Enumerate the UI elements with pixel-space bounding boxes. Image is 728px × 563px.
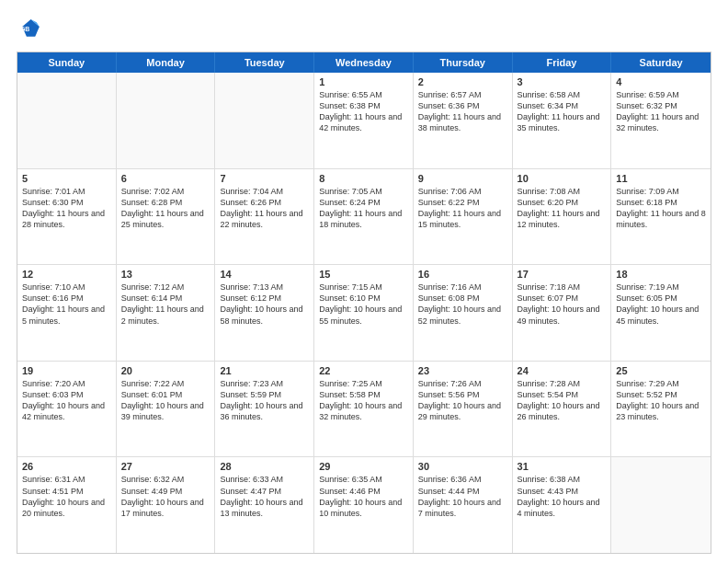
day-number: 25 [616,365,706,376]
day-number: 19 [22,365,111,376]
cell-details: Sunrise: 6:57 AMSunset: 6:36 PMDaylight:… [418,89,507,134]
day-of-week-monday: Monday [117,52,216,73]
calendar-row-4: 26Sunrise: 6:31 AMSunset: 4:51 PMDayligh… [17,456,711,553]
day-number: 26 [22,461,111,472]
calendar-row-3: 19Sunrise: 7:20 AMSunset: 6:03 PMDayligh… [17,361,711,457]
day-cell-4: 4Sunrise: 6:59 AMSunset: 6:32 PMDaylight… [611,73,711,168]
day-of-week-thursday: Thursday [414,52,513,73]
cell-details: Sunrise: 7:13 AMSunset: 6:12 PMDaylight:… [220,282,309,327]
day-cell-10: 10Sunrise: 7:08 AMSunset: 6:20 PMDayligh… [513,169,612,265]
calendar-row-0: 1Sunrise: 6:55 AMSunset: 6:38 PMDaylight… [17,73,711,168]
empty-cell [17,73,117,168]
day-number: 22 [319,365,408,376]
day-cell-28: 28Sunrise: 6:33 AMSunset: 4:47 PMDayligh… [215,457,314,553]
day-cell-6: 6Sunrise: 7:02 AMSunset: 6:28 PMDaylight… [117,169,216,265]
day-cell-24: 24Sunrise: 7:28 AMSunset: 5:54 PMDayligh… [513,362,612,457]
day-number: 4 [616,76,706,87]
day-cell-13: 13Sunrise: 7:12 AMSunset: 6:14 PMDayligh… [117,265,216,361]
cell-details: Sunrise: 7:06 AMSunset: 6:22 PMDaylight:… [418,186,507,231]
day-cell-12: 12Sunrise: 7:10 AMSunset: 6:16 PMDayligh… [17,265,117,361]
day-number: 7 [220,173,309,184]
day-cell-8: 8Sunrise: 7:05 AMSunset: 6:24 PMDaylight… [314,169,414,265]
day-number: 17 [518,269,607,280]
day-cell-26: 26Sunrise: 6:31 AMSunset: 4:51 PMDayligh… [17,457,117,553]
day-number: 30 [418,461,507,472]
day-number: 8 [319,173,408,184]
day-number: 27 [121,461,210,472]
day-cell-22: 22Sunrise: 7:25 AMSunset: 5:58 PMDayligh… [314,362,414,457]
cell-details: Sunrise: 7:04 AMSunset: 6:26 PMDaylight:… [220,186,309,231]
day-cell-30: 30Sunrise: 6:36 AMSunset: 4:44 PMDayligh… [414,457,513,553]
day-cell-9: 9Sunrise: 7:06 AMSunset: 6:22 PMDaylight… [414,169,513,265]
day-of-week-tuesday: Tuesday [215,52,314,73]
cell-details: Sunrise: 7:15 AMSunset: 6:10 PMDaylight:… [319,282,408,327]
cell-details: Sunrise: 6:33 AMSunset: 4:47 PMDaylight:… [220,474,309,519]
day-cell-18: 18Sunrise: 7:19 AMSunset: 6:05 PMDayligh… [611,265,711,361]
day-cell-19: 19Sunrise: 7:20 AMSunset: 6:03 PMDayligh… [17,362,117,457]
day-cell-23: 23Sunrise: 7:26 AMSunset: 5:56 PMDayligh… [414,362,513,457]
cell-details: Sunrise: 7:10 AMSunset: 6:16 PMDaylight:… [22,282,111,327]
day-cell-5: 5Sunrise: 7:01 AMSunset: 6:30 PMDaylight… [17,169,117,265]
cell-details: Sunrise: 7:18 AMSunset: 6:07 PMDaylight:… [518,282,607,327]
day-number: 1 [319,76,408,87]
calendar-header: SundayMondayTuesdayWednesdayThursdayFrid… [17,52,711,73]
cell-details: Sunrise: 7:26 AMSunset: 5:56 PMDaylight:… [418,378,507,423]
cell-details: Sunrise: 7:12 AMSunset: 6:14 PMDaylight:… [121,282,210,327]
day-of-week-wednesday: Wednesday [314,52,414,73]
day-of-week-friday: Friday [513,52,612,73]
empty-cell [611,457,711,553]
cell-details: Sunrise: 7:20 AMSunset: 6:03 PMDaylight:… [22,378,111,423]
logo-icon: GB [17,17,42,42]
logo: GB [17,17,46,42]
day-number: 21 [220,365,309,376]
cell-details: Sunrise: 7:09 AMSunset: 6:18 PMDaylight:… [616,186,706,231]
day-number: 20 [121,365,210,376]
day-number: 16 [418,269,507,280]
day-cell-29: 29Sunrise: 6:35 AMSunset: 4:46 PMDayligh… [314,457,414,553]
cell-details: Sunrise: 6:36 AMSunset: 4:44 PMDaylight:… [418,474,507,519]
empty-cell [215,73,314,168]
header: GB [17,17,711,42]
day-number: 10 [518,173,607,184]
cell-details: Sunrise: 7:28 AMSunset: 5:54 PMDaylight:… [518,378,607,423]
day-number: 24 [518,365,607,376]
cell-details: Sunrise: 7:02 AMSunset: 6:28 PMDaylight:… [121,186,210,231]
day-number: 18 [616,269,706,280]
day-number: 6 [121,173,210,184]
day-number: 15 [319,269,408,280]
cell-details: Sunrise: 6:32 AMSunset: 4:49 PMDaylight:… [121,474,210,519]
day-number: 3 [518,76,607,87]
day-cell-11: 11Sunrise: 7:09 AMSunset: 6:18 PMDayligh… [611,169,711,265]
day-of-week-sunday: Sunday [17,52,117,73]
day-number: 29 [319,461,408,472]
day-cell-16: 16Sunrise: 7:16 AMSunset: 6:08 PMDayligh… [414,265,513,361]
day-cell-2: 2Sunrise: 6:57 AMSunset: 6:36 PMDaylight… [414,73,513,168]
day-number: 31 [518,461,607,472]
cell-details: Sunrise: 6:59 AMSunset: 6:32 PMDaylight:… [616,89,706,134]
cell-details: Sunrise: 6:55 AMSunset: 6:38 PMDaylight:… [319,89,408,134]
cell-details: Sunrise: 6:31 AMSunset: 4:51 PMDaylight:… [22,474,111,519]
cell-details: Sunrise: 6:58 AMSunset: 6:34 PMDaylight:… [518,89,607,134]
day-number: 23 [418,365,507,376]
day-number: 13 [121,269,210,280]
day-number: 9 [418,173,507,184]
day-number: 11 [616,173,706,184]
svg-text:GB: GB [20,26,30,32]
day-cell-14: 14Sunrise: 7:13 AMSunset: 6:12 PMDayligh… [215,265,314,361]
day-number: 2 [418,76,507,87]
day-number: 28 [220,461,309,472]
day-cell-21: 21Sunrise: 7:23 AMSunset: 5:59 PMDayligh… [215,362,314,457]
cell-details: Sunrise: 7:29 AMSunset: 5:52 PMDaylight:… [616,378,706,423]
cell-details: Sunrise: 7:16 AMSunset: 6:08 PMDaylight:… [418,282,507,327]
calendar-row-1: 5Sunrise: 7:01 AMSunset: 6:30 PMDaylight… [17,168,711,265]
cell-details: Sunrise: 7:23 AMSunset: 5:59 PMDaylight:… [220,378,309,423]
day-cell-25: 25Sunrise: 7:29 AMSunset: 5:52 PMDayligh… [611,362,711,457]
calendar-row-2: 12Sunrise: 7:10 AMSunset: 6:16 PMDayligh… [17,264,711,361]
day-cell-3: 3Sunrise: 6:58 AMSunset: 6:34 PMDaylight… [513,73,612,168]
calendar: SundayMondayTuesdayWednesdayThursdayFrid… [17,52,711,554]
day-of-week-saturday: Saturday [611,52,711,73]
day-cell-15: 15Sunrise: 7:15 AMSunset: 6:10 PMDayligh… [314,265,414,361]
day-cell-1: 1Sunrise: 6:55 AMSunset: 6:38 PMDaylight… [314,73,414,168]
day-number: 12 [22,269,111,280]
day-cell-27: 27Sunrise: 6:32 AMSunset: 4:49 PMDayligh… [117,457,216,553]
